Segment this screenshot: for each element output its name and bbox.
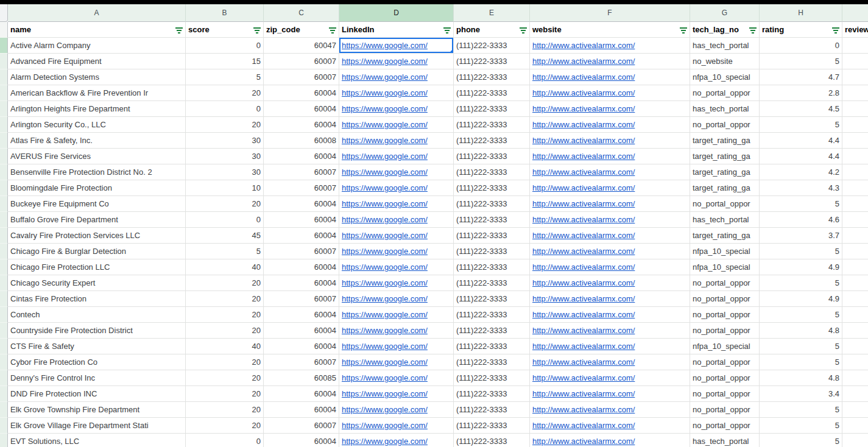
linkedin-link[interactable]: https://www.google.com/: [342, 262, 428, 272]
website-link[interactable]: http://www.activealarmx.com/: [532, 231, 635, 240]
cell-rating[interactable]: 4.2: [760, 164, 842, 180]
cell-reviews[interactable]: [842, 85, 868, 101]
cell-website[interactable]: http://www.activealarmx.com/: [530, 54, 690, 69]
cell-tech_lag[interactable]: no_portal_oppor: [690, 323, 760, 339]
linkedin-link[interactable]: https://www.google.com/: [342, 136, 428, 145]
cell-website[interactable]: http://www.activealarmx.com/: [530, 38, 690, 54]
cell-phone[interactable]: (111)222-3333: [454, 386, 530, 402]
cell-name[interactable]: Arlington Security Co., LLC: [8, 117, 186, 133]
cell-rating[interactable]: 3.7: [760, 228, 842, 244]
cell-website[interactable]: http://www.activealarmx.com/: [530, 149, 690, 164]
cell-reviews[interactable]: [842, 196, 868, 212]
column-letter-F[interactable]: F: [530, 4, 690, 22]
website-link[interactable]: http://www.activealarmx.com/: [532, 357, 635, 367]
linkedin-link[interactable]: https://www.google.com/: [342, 278, 428, 287]
cell-linkedin[interactable]: https://www.google.com/: [339, 354, 454, 370]
cell-reviews[interactable]: [842, 117, 868, 133]
cell-zip_code[interactable]: 60007: [264, 354, 339, 370]
cell-phone[interactable]: (111)222-3333: [454, 323, 530, 339]
row-header[interactable]: [0, 259, 8, 275]
row-header[interactable]: [0, 212, 8, 228]
cell-rating[interactable]: 4.9: [760, 259, 842, 275]
cell-tech_lag[interactable]: no_portal_oppor: [690, 354, 760, 370]
cell-zip_code[interactable]: 60004: [264, 212, 339, 228]
website-link[interactable]: http://www.activealarmx.com/: [532, 310, 635, 319]
cell-zip_code[interactable]: 60004: [264, 275, 339, 291]
cell-name[interactable]: Arlington Heights Fire Department: [8, 101, 186, 117]
cell-name[interactable]: Cintas Fire Protection: [8, 291, 186, 307]
cell-name[interactable]: Elk Grove Village Fire Department Stati: [8, 418, 186, 434]
cell-rating[interactable]: 4.9: [760, 291, 842, 307]
linkedin-link[interactable]: https://www.google.com/: [342, 389, 428, 398]
cell-score[interactable]: 0: [186, 212, 264, 228]
cell-website[interactable]: http://www.activealarmx.com/: [530, 164, 690, 180]
cell-linkedin[interactable]: https://www.google.com/: [339, 196, 454, 212]
cell-rating[interactable]: 5: [760, 402, 842, 418]
cell-tech_lag[interactable]: target_rating_ga: [690, 180, 760, 196]
cell-linkedin[interactable]: https://www.google.com/: [339, 259, 454, 275]
cell-phone[interactable]: (111)222-3333: [454, 38, 530, 54]
linkedin-link[interactable]: https://www.google.com/: [342, 120, 428, 129]
cell-zip_code[interactable]: 60004: [264, 228, 339, 244]
cell-linkedin[interactable]: https://www.google.com/: [339, 212, 454, 228]
website-link[interactable]: http://www.activealarmx.com/: [532, 136, 635, 145]
website-link[interactable]: http://www.activealarmx.com/: [532, 57, 635, 66]
linkedin-link[interactable]: https://www.google.com/: [342, 183, 428, 192]
linkedin-link[interactable]: https://www.google.com/: [342, 421, 428, 430]
filter-header-score[interactable]: score: [186, 22, 264, 38]
cell-name[interactable]: Alarm Detection Systems: [8, 69, 186, 85]
cell-name[interactable]: EVT Solutions, LLC: [8, 434, 186, 447]
cell-name[interactable]: Denny's Fire Control Inc: [8, 370, 186, 386]
website-link[interactable]: http://www.activealarmx.com/: [532, 278, 635, 287]
linkedin-link[interactable]: https://www.google.com/: [342, 215, 428, 224]
row-header[interactable]: [0, 386, 8, 402]
cell-zip_code[interactable]: 60007: [264, 244, 339, 259]
cell-tech_lag[interactable]: has_tech_portal: [690, 101, 760, 117]
cell-rating[interactable]: 5: [760, 434, 842, 447]
cell-name[interactable]: Buckeye Fire Equipment Co: [8, 196, 186, 212]
cell-zip_code[interactable]: 60004: [264, 149, 339, 164]
linkedin-link[interactable]: https://www.google.com/: [342, 57, 428, 66]
cell-name[interactable]: Buffalo Grove Fire Department: [8, 212, 186, 228]
cell-rating[interactable]: 4.7: [760, 69, 842, 85]
cell-linkedin[interactable]: https://www.google.com/: [339, 386, 454, 402]
cell-score[interactable]: 30: [186, 149, 264, 164]
cell-rating[interactable]: 5: [760, 117, 842, 133]
cell-website[interactable]: http://www.activealarmx.com/: [530, 402, 690, 418]
cell-tech_lag[interactable]: target_rating_ga: [690, 149, 760, 164]
cell-name[interactable]: AVERUS Fire Services: [8, 149, 186, 164]
row-header[interactable]: [0, 434, 8, 447]
cell-zip_code[interactable]: 60007: [264, 69, 339, 85]
row-header[interactable]: [0, 402, 8, 418]
website-link[interactable]: http://www.activealarmx.com/: [532, 405, 635, 414]
cell-linkedin[interactable]: https://www.google.com/: [339, 69, 454, 85]
cell-tech_lag[interactable]: nfpa_10_special: [690, 69, 760, 85]
filter-header-tech_lag[interactable]: tech_lag_no: [690, 22, 760, 38]
cell-reviews[interactable]: [842, 133, 868, 149]
cell-website[interactable]: http://www.activealarmx.com/: [530, 339, 690, 354]
website-link[interactable]: http://www.activealarmx.com/: [532, 421, 635, 430]
cell-tech_lag[interactable]: no_portal_oppor: [690, 418, 760, 434]
row-header[interactable]: [0, 370, 8, 386]
row-header[interactable]: [0, 101, 8, 117]
cell-linkedin[interactable]: https://www.google.com/: [339, 434, 454, 447]
column-letter-G[interactable]: G: [690, 4, 760, 22]
cell-tech_lag[interactable]: no_portal_oppor: [690, 275, 760, 291]
filter-icon[interactable]: [679, 26, 688, 33]
cell-linkedin[interactable]: https://www.google.com/: [339, 164, 454, 180]
row-header[interactable]: [0, 228, 8, 244]
cell-tech_lag[interactable]: no_portal_oppor: [690, 291, 760, 307]
row-header[interactable]: [0, 418, 8, 434]
cell-website[interactable]: http://www.activealarmx.com/: [530, 69, 690, 85]
cell-zip_code[interactable]: 60007: [264, 291, 339, 307]
linkedin-link[interactable]: https://www.google.com/: [342, 326, 428, 335]
cell-score[interactable]: 10: [186, 180, 264, 196]
cell-website[interactable]: http://www.activealarmx.com/: [530, 323, 690, 339]
cell-score[interactable]: 20: [186, 354, 264, 370]
cell-website[interactable]: http://www.activealarmx.com/: [530, 370, 690, 386]
linkedin-link[interactable]: https://www.google.com/: [342, 294, 428, 303]
cell-linkedin[interactable]: https://www.google.com/: [339, 180, 454, 196]
row-header[interactable]: [0, 38, 8, 54]
cell-linkedin[interactable]: https://www.google.com/: [339, 117, 454, 133]
cell-website[interactable]: http://www.activealarmx.com/: [530, 117, 690, 133]
